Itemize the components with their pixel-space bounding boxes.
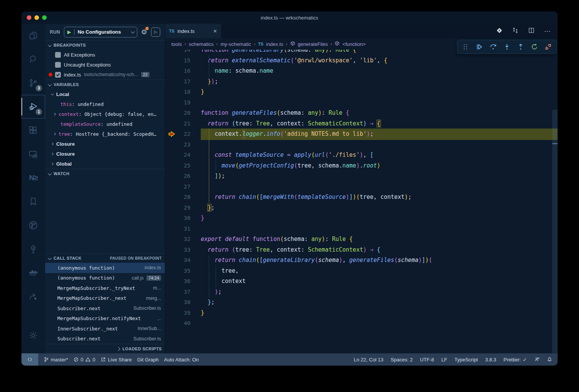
debug-console-button[interactable]: ▷ [151, 28, 160, 37]
scrollbar[interactable] [552, 110, 558, 353]
test-tree-icon[interactable] [21, 237, 45, 261]
remote-explorer-icon[interactable] [21, 142, 45, 166]
launch-config-dropdown[interactable]: ▶ No Configurations [64, 27, 137, 37]
bell-icon[interactable] [547, 357, 552, 362]
step-into-button[interactable] [503, 43, 511, 50]
code-line[interactable]: 31 [165, 224, 558, 234]
stack-frame[interactable]: InnerSubscriber._next InnerSub... [45, 324, 165, 334]
language-item[interactable]: TypeScript [454, 357, 478, 363]
code-line[interactable]: 36 context [165, 276, 558, 287]
checkbox-checked[interactable] [55, 72, 61, 78]
code-line[interactable]: 38 }; [165, 297, 558, 308]
code-line[interactable]: 23 [165, 140, 558, 150]
auto-attach-item[interactable]: Auto Attach: On [164, 357, 199, 363]
live-share-item[interactable]: Live Share [101, 357, 132, 363]
variable-templateSource[interactable]: templateSource: undefined [45, 119, 165, 129]
compare-changes-icon[interactable] [512, 27, 519, 35]
bookmarks-icon[interactable] [21, 190, 45, 213]
manage-gear-icon[interactable] [21, 324, 45, 347]
code-line[interactable]: 35 tree, [165, 266, 558, 277]
open-changes-icon[interactable] [496, 27, 503, 35]
code-line[interactable]: 39} [165, 308, 558, 319]
git-history-icon[interactable] [21, 213, 45, 237]
scope-global[interactable]: Global [45, 159, 165, 169]
stack-frame[interactable]: MergeMapSubscriber._next merg... [45, 293, 165, 304]
more-actions-icon[interactable]: ⋯ [544, 28, 551, 35]
share-icon[interactable] [21, 285, 45, 308]
breadcrumb-symbol[interactable]: generateFiles [298, 41, 328, 47]
code-line[interactable]: 32export default function(schema: any): … [165, 234, 558, 245]
code-line[interactable]: 33 return (tree: Tree, context: Schemati… [165, 245, 558, 255]
code-line[interactable]: 22 context.logger.info('adding NOTES.md … [165, 129, 558, 140]
git-graph-item[interactable]: Git Graph [137, 357, 158, 363]
loaded-scripts-header[interactable]: LOADED SCRIPTS [45, 344, 165, 353]
stack-frame[interactable]: MergeMapSubscriber._tryNext m... [45, 283, 165, 293]
restart-button[interactable] [531, 43, 538, 50]
variable-this[interactable]: this: undefined [45, 99, 165, 109]
stack-frame[interactable]: (anonymous function) index.ts [45, 263, 165, 273]
remote-indicator[interactable] [21, 353, 38, 366]
scope-closure-1[interactable]: Closure [45, 139, 165, 149]
encoding-item[interactable]: UTF-8 [420, 357, 434, 363]
code-line[interactable]: 29 }; [165, 203, 558, 213]
stack-frame[interactable]: Subscriber.next Subscriber.ts [45, 303, 165, 314]
breakpoint-index-ts[interactable]: index.ts tools/schematics/my-sch... 22 [45, 70, 165, 80]
breakpoint-all-exceptions[interactable]: All Exceptions [45, 50, 165, 60]
explorer-icon[interactable] [21, 24, 45, 47]
toolbar-drag-handle[interactable] [462, 43, 469, 50]
breakpoints-header[interactable]: BREAKPOINTS [45, 40, 165, 50]
variable-context[interactable]: context: Object {debug: false, en… [45, 109, 165, 119]
git-branch-item[interactable]: master* [44, 357, 68, 363]
code-line[interactable]: 19 [165, 98, 558, 108]
code-line[interactable]: 20function generateFiles(schema: any): R… [165, 108, 558, 119]
breadcrumb-folder[interactable]: schematics [189, 41, 213, 47]
run-debug-icon[interactable]: 1 [21, 95, 45, 119]
step-out-button[interactable] [517, 43, 524, 50]
search-icon[interactable] [21, 47, 45, 71]
code-line[interactable]: 21 return (tree: Tree, context: Schemati… [165, 119, 558, 129]
code-line[interactable]: 37 ); [165, 287, 558, 298]
checkbox-unchecked[interactable] [55, 52, 61, 58]
cursor-position-item[interactable]: Ln 22, Col 13 [354, 357, 383, 363]
call-stack-header[interactable]: CALL STACK PAUSED ON BREAKPOINT [45, 253, 165, 263]
scope-closure-2[interactable]: Closure [45, 149, 165, 159]
code-line[interactable]: 24 const templateSource = apply(url('./f… [165, 150, 558, 161]
checkbox-unchecked[interactable] [55, 62, 61, 68]
stack-frame[interactable]: (anonymous function) call.js 74:24 [45, 273, 165, 283]
breadcrumb-symbol[interactable]: <function> [342, 41, 366, 47]
code-line[interactable]: 26 ]); [165, 171, 558, 182]
variables-header[interactable]: VARIABLES [45, 80, 165, 89]
start-debug-icon[interactable]: ▶ [67, 29, 71, 35]
breadcrumb-folder[interactable]: my-schematic [221, 41, 251, 47]
code-editor[interactable]: 14function generateLibrary(schema: any):… [165, 50, 558, 353]
code-line[interactable]: 28 return chain([mergeWith(templateSourc… [165, 192, 558, 203]
code-line[interactable]: 34 return chain([generateLibrary(schema)… [165, 255, 558, 266]
extensions-icon[interactable] [21, 119, 45, 142]
code-line[interactable]: 16 name: schema.name [165, 66, 558, 76]
maximize-window-button[interactable] [42, 15, 47, 20]
problems-item[interactable]: 0 0 [73, 357, 95, 363]
source-control-icon[interactable]: 3 [21, 71, 45, 95]
disconnect-button[interactable] [545, 43, 552, 50]
variable-tree[interactable]: tree: HostTree {_backend: ScopedH… [45, 129, 165, 139]
step-over-button[interactable] [490, 43, 497, 50]
code-line[interactable]: 18} [165, 87, 558, 98]
close-tab-icon[interactable]: ✕ [213, 28, 217, 34]
prettier-item[interactable]: Prettier: ✓ [504, 357, 527, 363]
configure-gear-button[interactable]: ⚙ [141, 28, 147, 36]
breakpoint-uncaught-exceptions[interactable]: Uncaught Exceptions [45, 60, 165, 70]
watch-header[interactable]: WATCH [45, 169, 165, 178]
code-line[interactable]: 15 return externalSchematic('@nrwl/works… [165, 55, 558, 66]
nx-console-icon[interactable]: N≥ [21, 166, 45, 190]
docker-icon[interactable] [21, 261, 45, 285]
close-window-button[interactable] [27, 15, 31, 20]
breadcrumb-folder[interactable]: tools [171, 41, 182, 47]
indentation-item[interactable]: Spaces: 2 [390, 357, 413, 363]
code-line[interactable]: 40 [165, 318, 558, 329]
stack-frame[interactable]: MergeMapSubscriber.notifyNext ... [45, 314, 165, 324]
minimize-window-button[interactable] [34, 15, 39, 20]
code-line[interactable]: 25 move(getProjectConfig(tree, schema.na… [165, 161, 558, 171]
continue-button[interactable] [476, 43, 483, 50]
eol-item[interactable]: LF [441, 357, 447, 363]
code-line[interactable]: 17 }); [165, 76, 558, 87]
